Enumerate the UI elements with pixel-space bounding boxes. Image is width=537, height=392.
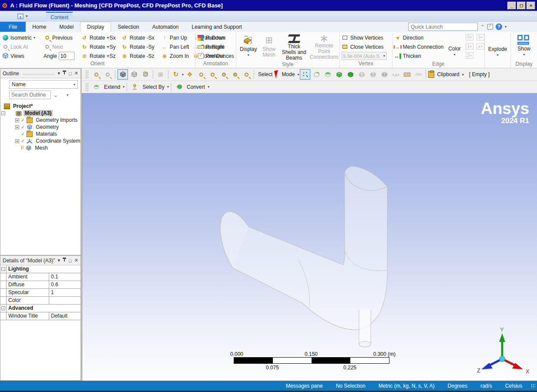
filter-body-select-button[interactable] [345, 69, 356, 80]
zoom-in-button[interactable]: ⊕Zoom In [161, 53, 188, 60]
vertex-size-dropdown[interactable]: 5.9e-004 (Auto S▾ [342, 52, 387, 60]
close-button[interactable]: ✕ [527, 2, 535, 10]
details-row-diffuse[interactable]: Diffuse 0.6 [0, 281, 81, 289]
select-by-dropdown-icon[interactable]: ▾ [167, 85, 169, 89]
rotate-minus-sx-button[interactable]: ↺Rotate -Sx [121, 34, 157, 41]
rotate-tool-button[interactable]: ↻ [171, 69, 181, 80]
filter-edges-button[interactable] [311, 69, 322, 80]
quick-launch-input[interactable] [408, 23, 478, 31]
previous-view-button[interactable]: Previous [44, 34, 77, 41]
details-category-row[interactable]: - Lighting [0, 265, 81, 273]
close-vertices-button[interactable]: Close Vertices [342, 44, 390, 50]
filter-faces-button[interactable] [322, 69, 333, 80]
look-at-button[interactable]: Look At [2, 44, 39, 50]
pan-left-button[interactable]: ←Pan Left [161, 44, 188, 50]
expand-expander-icon[interactable]: + [15, 139, 19, 143]
rotate-minus-sy-button[interactable]: ↻Rotate -Sy [121, 44, 157, 50]
pan-up-button[interactable]: ↑Pan Up [161, 34, 188, 41]
explode-button[interactable]: Explode▾ [487, 33, 509, 61]
edge-direction-button[interactable]: ➤Direction [394, 34, 443, 41]
status-angular-velocity-unit[interactable]: rad/s [480, 383, 492, 389]
collapse-expander-icon[interactable]: - [1, 111, 5, 115]
filter-bodies-button[interactable] [334, 69, 344, 80]
tab-model[interactable]: Model [53, 22, 80, 32]
edge-graph-x-dropdown[interactable]: x▾ [477, 43, 484, 50]
help-dropdown-icon[interactable]: ▾ [505, 25, 507, 29]
rotate-mode-button[interactable] [117, 69, 128, 80]
tree-item-project[interactable]: Project* [0, 103, 81, 110]
tab-display[interactable]: Display [80, 22, 111, 32]
display-style-button[interactable]: Display ▾ [238, 33, 259, 58]
tree-item-coordinate-systems[interactable]: + ✓ Coordinate Systems [0, 137, 81, 144]
coordinate-select-button[interactable]: x,y,z [390, 69, 401, 80]
tree-item-geometry-imports[interactable]: + ✓ Geometry Imports [0, 117, 81, 124]
rotate-tool-dropdown-icon[interactable]: ▾ [182, 73, 184, 77]
elbow-pipe-geometry[interactable] [82, 93, 537, 380]
edge-graph-2-dropdown[interactable]: 2▾ [466, 52, 473, 59]
filter-vertices-button[interactable] [300, 69, 310, 80]
edge-graph-3-dropdown[interactable]: 3▾ [477, 34, 484, 40]
expand-expander-icon[interactable]: + [15, 125, 19, 129]
status-messages-pane[interactable]: Messages pane [286, 383, 323, 389]
thick-shells-button[interactable]: Thick Shells and Beams [279, 33, 309, 61]
details-row-color[interactable]: Color [0, 297, 81, 305]
zoom-selection-button[interactable] [230, 69, 240, 80]
zoom-vertical-button[interactable] [241, 69, 252, 80]
zoom-in-tool-button[interactable] [207, 69, 218, 80]
status-units[interactable]: Metric (m, kg, N, s, V, A) [379, 383, 435, 389]
outline-filter-dropdown[interactable]: Name▾ [9, 80, 78, 89]
status-angle-unit[interactable]: Degrees [448, 383, 467, 389]
tab-home[interactable]: Home [26, 22, 53, 32]
unit-select-button[interactable]: 100 [402, 69, 412, 80]
free-rotate-button[interactable] [140, 69, 151, 80]
expand-expander-icon[interactable]: + [15, 118, 19, 122]
filter-mesh-faces-button[interactable] [379, 69, 389, 80]
show-mesh-button[interactable]: ⊞ Show Mesh [261, 33, 278, 58]
window-title-value[interactable]: Default [49, 312, 81, 320]
tab-selection[interactable]: Selection [111, 22, 145, 32]
details-row-specular[interactable]: Specular 1 [0, 289, 81, 297]
label-select-button[interactable]: Abc [413, 69, 423, 80]
clipboard-dropdown[interactable]: Clipboard [435, 71, 461, 77]
rotate-minus-sz-button[interactable]: ⊚Rotate -Sz [121, 53, 157, 60]
tree-item-geometry[interactable]: + ✓ Geometry [0, 124, 81, 131]
color-value[interactable] [49, 297, 81, 304]
outline-close-icon[interactable]: ✕ [74, 70, 78, 76]
specular-value[interactable]: 1 [49, 289, 81, 296]
mesh-connection-button[interactable]: ‖→‖Mesh Connection [394, 44, 443, 50]
minimize-button[interactable]: _ [507, 2, 516, 10]
tab-automation[interactable]: Automation [146, 22, 185, 32]
clipboard-dropdown-icon[interactable]: ▾ [462, 73, 464, 77]
toolbar-drag-handle[interactable] [85, 70, 88, 79]
tab-learning-support[interactable]: Learning and Support [185, 22, 248, 32]
convert-dropdown-icon[interactable]: ▾ [208, 85, 209, 89]
angle-input[interactable] [59, 52, 74, 60]
pin-icon[interactable] [63, 70, 66, 77]
details-pin-icon[interactable] [63, 258, 66, 264]
coordinate-triad[interactable]: Y Z X [476, 326, 533, 374]
viewports-button[interactable]: ⊞ [155, 69, 166, 80]
edge-graph-1-dropdown[interactable]: 1▾ [466, 43, 473, 50]
ambient-value[interactable]: 0.1 [49, 273, 81, 281]
diffuse-value[interactable]: 0.6 [49, 281, 81, 288]
edge-color-button[interactable]: Color▾ [447, 33, 462, 61]
details-dropdown-icon[interactable]: ▾ [58, 258, 60, 263]
details-row-window-title[interactable]: Window Title Default [0, 312, 81, 320]
mode-dropdown-icon[interactable]: ▾ [297, 73, 299, 77]
search-options-icon[interactable]: ▾ [67, 93, 68, 97]
details-close-icon[interactable]: ✕ [74, 258, 78, 263]
select-by-dropdown[interactable]: Select By [141, 84, 166, 90]
save-icon[interactable] [17, 13, 23, 19]
help-icon[interactable]: ? [496, 23, 502, 30]
preferences-check-icon[interactable] [487, 24, 493, 30]
show-windows-button[interactable]: Show ▾ [513, 33, 535, 61]
views-button[interactable]: Views [2, 53, 39, 60]
status-temperature-unit[interactable]: Celsius [505, 383, 522, 389]
annotation-preferences-button[interactable]: Preferences [197, 53, 234, 60]
rescale-annotation-button[interactable]: Rescale [197, 44, 234, 50]
edge-graph-0-dropdown[interactable]: 0▾ [466, 34, 473, 40]
tab-file[interactable]: File [0, 22, 26, 32]
maximize-button[interactable]: □ [517, 2, 526, 10]
convert-dropdown[interactable]: Convert [185, 84, 207, 90]
tree-item-materials[interactable]: ✓ Materials [0, 131, 81, 137]
